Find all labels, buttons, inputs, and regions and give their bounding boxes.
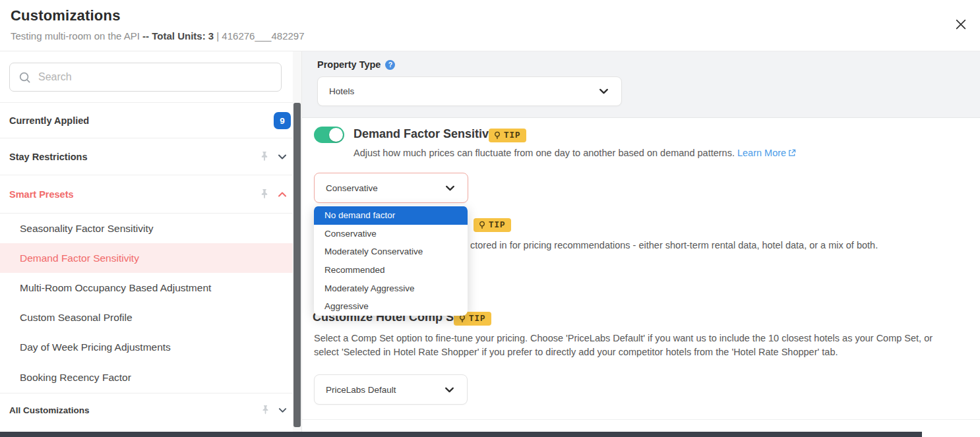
chevron-down-icon <box>444 183 456 194</box>
data-section-text-fragment: ctored in for pricing recommendations - … <box>470 239 878 252</box>
sidebar-item-demand-factor[interactable]: Demand Factor Sensitivity <box>0 243 293 273</box>
pin-icon[interactable] <box>260 151 269 162</box>
chevron-down-icon[interactable] <box>278 405 288 415</box>
dropdown-option-aggressive[interactable]: Aggressive <box>314 297 468 316</box>
stay-restrictions-label: Stay Restrictions <box>9 152 87 162</box>
dropdown-option-no-demand-factor[interactable]: No demand factor <box>314 206 468 225</box>
property-type-select[interactable]: Hotels <box>317 76 622 106</box>
comp-set-description: Select a Comp Set option to fine-tune yo… <box>314 332 948 359</box>
sidebar-item-multi-room[interactable]: Multi-Room Occupancy Based Adjustment <box>0 273 293 303</box>
chevron-down-icon[interactable] <box>277 152 288 162</box>
comp-set-select[interactable]: PriceLabs Default <box>314 374 468 405</box>
search-input[interactable] <box>38 71 272 83</box>
currently-applied-label: Currently Applied <box>9 115 89 126</box>
sidebar-item-seasonality-factor[interactable]: Seasonality Factor Sensitivity <box>0 214 293 243</box>
subtitle-prefix: Testing multi-room on the API <box>11 30 142 42</box>
tip-label: TIP <box>504 131 521 140</box>
bottom-bar <box>0 432 922 437</box>
demand-description: Adjust how much prices can fluctuate fro… <box>353 146 796 161</box>
preset-item-label: Day of Week Pricing Adjustments <box>20 341 171 353</box>
sidebar-item-custom-seasonal[interactable]: Custom Seasonal Profile <box>0 303 293 332</box>
all-customizations-label: All Customizations <box>9 405 90 415</box>
property-type-text: Property Type <box>317 59 381 70</box>
property-type-value: Hotels <box>329 86 354 96</box>
search-icon <box>18 71 31 84</box>
tip-badge[interactable]: TIP <box>489 129 526 142</box>
subtitle-total-units: -- Total Units: 3 <box>142 30 214 42</box>
sidebar-item-stay-restrictions[interactable]: Stay Restrictions <box>0 138 293 175</box>
chevron-up-icon[interactable] <box>277 189 288 200</box>
demand-description-text: Adjust how much prices can fluctuate fro… <box>353 148 735 158</box>
demand-sensitivity-select[interactable]: Conservative <box>314 173 468 203</box>
preset-item-label: Custom Seasonal Profile <box>20 312 133 324</box>
dropdown-option-recommended[interactable]: Recommended <box>314 261 468 279</box>
learn-more-link[interactable]: Learn More <box>737 148 796 158</box>
applied-count-badge: 9 <box>274 112 291 129</box>
preset-item-label: Seasonality Factor Sensitivity <box>20 223 153 235</box>
preset-item-label: Booking Recency Factor <box>20 372 131 384</box>
subtitle-listing-id: | 416276___482297 <box>214 30 304 42</box>
external-link-icon <box>788 149 796 157</box>
search-box[interactable] <box>9 63 282 92</box>
help-icon[interactable]: ? <box>385 60 395 70</box>
section-divider <box>302 419 980 420</box>
tip-badge[interactable]: TIP <box>474 218 511 232</box>
lightbulb-icon <box>494 131 501 140</box>
dropdown-option-moderately-aggressive[interactable]: Moderately Aggressive <box>314 279 468 297</box>
dropdown-option-conservative[interactable]: Conservative <box>314 225 468 243</box>
sidebar-item-smart-presets[interactable]: Smart Presets <box>0 175 293 213</box>
preset-item-label: Demand Factor Sensitivity <box>20 252 139 264</box>
sidebar-item-booking-recency[interactable]: Booking Recency Factor <box>0 363 293 392</box>
smart-presets-label: Smart Presets <box>9 189 74 200</box>
property-type-label: Property Type ? <box>317 59 395 70</box>
sidebar-item-day-of-week[interactable]: Day of Week Pricing Adjustments <box>0 332 293 362</box>
comp-set-select-value: PriceLabs Default <box>326 385 396 395</box>
customizations-modal: Customizations Testing multi-room on the… <box>0 0 980 437</box>
tip-label: TIP <box>489 221 506 230</box>
demand-select-value: Conservative <box>326 183 378 193</box>
demand-sensitivity-dropdown: No demand factor Conservative Moderately… <box>314 206 468 316</box>
sidebar-item-all-customizations[interactable]: All Customizations <box>0 393 293 426</box>
tip-label: TIP <box>469 314 486 324</box>
page-subtitle: Testing multi-room on the API -- Total U… <box>11 30 305 42</box>
dropdown-option-moderately-conservative[interactable]: Moderately Conservative <box>314 243 468 261</box>
toggle-knob <box>329 128 343 142</box>
pin-icon[interactable] <box>261 405 270 415</box>
sidebar-scrollbar-thumb[interactable] <box>293 103 301 427</box>
demand-section-title: Demand Factor Sensitivity <box>353 127 503 141</box>
chevron-down-icon <box>444 384 455 395</box>
close-button[interactable] <box>952 15 970 34</box>
demand-factor-toggle[interactable] <box>314 127 344 143</box>
close-icon <box>954 18 967 31</box>
pin-icon[interactable] <box>260 189 269 200</box>
sidebar-item-currently-applied[interactable]: Currently Applied <box>0 103 293 138</box>
preset-item-label: Multi-Room Occupancy Based Adjustment <box>20 282 211 294</box>
lightbulb-icon <box>479 221 485 230</box>
page-title: Customizations <box>11 7 121 24</box>
chevron-down-icon <box>598 86 609 97</box>
